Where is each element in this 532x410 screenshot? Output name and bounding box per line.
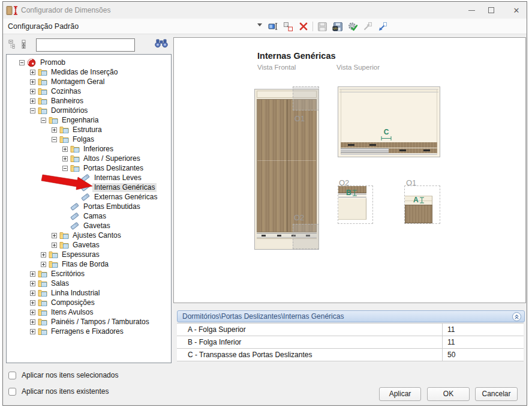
tree-item-inferiores[interactable]: Inferiores <box>7 144 171 154</box>
tree-toggle-plus[interactable] <box>41 252 46 258</box>
tree-toggle-minus[interactable] <box>62 166 68 171</box>
tree-toggle-plus[interactable] <box>30 310 35 315</box>
ok-button[interactable]: OK <box>427 387 470 401</box>
tree-item-label[interactable]: Externas Genéricas <box>92 193 159 202</box>
tree-item-label[interactable]: Altos / Superiores <box>82 154 142 163</box>
tree-item-portas-deslizantes[interactable]: Portas Deslizantes <box>7 163 171 173</box>
tree-toggle-plus[interactable] <box>30 319 35 325</box>
tree-toggle-plus[interactable] <box>30 98 35 104</box>
search-binoculars-icon[interactable] <box>155 38 168 50</box>
tree-item-portas-embutidas[interactable]: Portas Embutidas <box>7 202 171 211</box>
tree-item-montagem-geral[interactable]: Montagem Geral <box>7 77 171 86</box>
tree-item-altos-superiores[interactable]: Altos / Superiores <box>7 154 171 163</box>
tree-toggle-minus[interactable] <box>19 60 25 65</box>
tree-item-label[interactable]: Folgas <box>71 135 96 144</box>
tree-item-salas[interactable]: Salas <box>7 279 171 288</box>
apply-settings-icon[interactable] <box>345 20 360 33</box>
tree-item-internas-genericas[interactable]: Internas Genéricas <box>7 182 171 192</box>
tree-item-label[interactable]: Escritórios <box>49 270 86 279</box>
tree-item-ajustes-cantos[interactable]: Ajustes Cantos <box>7 231 171 240</box>
tree-toggle-plus[interactable] <box>62 146 68 152</box>
tree-item-label[interactable]: Camas <box>82 212 108 221</box>
tree-toggle-minus[interactable] <box>52 137 57 142</box>
tree-toggle-minus[interactable] <box>30 108 35 113</box>
tree-item-banheiros[interactable]: Banheiros <box>7 96 171 106</box>
tree-item-label[interactable]: Linha Industrial <box>49 289 101 298</box>
tree-item-engenharia[interactable]: Engenharia <box>7 115 171 125</box>
tree-item-cozinhas[interactable]: Cozinhas <box>7 86 171 96</box>
rename-configuration-icon[interactable] <box>266 20 281 33</box>
apply-button[interactable]: Aplicar <box>379 387 421 401</box>
tree-toggle-plus[interactable] <box>30 281 35 286</box>
tree-item-composicoes[interactable]: Composições <box>7 298 171 307</box>
tree-item-ferragens-e-fixadores[interactable]: Ferragens e Fixadores <box>7 327 171 336</box>
tree-item-camas[interactable]: Camas <box>7 211 171 221</box>
tree-item-dormitorios[interactable]: Dormitórios <box>7 106 171 115</box>
tree-item-label[interactable]: Engenharia <box>60 116 100 125</box>
tree-toggle-plus[interactable] <box>30 271 35 277</box>
expand-all-icon[interactable] <box>20 40 30 50</box>
checkbox-apply-selected[interactable]: Aplicar nos itens selecionados <box>8 371 118 379</box>
save-database-icon[interactable] <box>330 20 345 33</box>
minimize-button[interactable] <box>462 2 481 19</box>
close-button[interactable]: ✕ <box>507 2 526 19</box>
tree-item-label[interactable]: Portas Embutidas <box>82 202 142 211</box>
tree-item-label[interactable]: Fitas de Borda <box>60 260 110 269</box>
tree-item-label[interactable]: Painéis / Tampos / Tamburatos <box>49 318 151 327</box>
export-icon[interactable] <box>375 20 390 33</box>
tree-item-label[interactable]: Portas Deslizantes <box>82 164 145 173</box>
tree-item-label[interactable]: Inferiores <box>82 145 115 154</box>
copy-configuration-icon[interactable] <box>281 20 296 33</box>
tree-item-linha-industrial[interactable]: Linha Industrial <box>7 288 171 298</box>
delete-configuration-icon[interactable] <box>296 20 311 33</box>
tree-toggle-plus[interactable] <box>30 300 35 306</box>
tree-item-escritorios[interactable]: Escritórios <box>7 269 171 279</box>
tree-item-label[interactable]: Ajustes Cantos <box>71 231 123 240</box>
tree-item-label[interactable]: Gavetas <box>82 222 112 231</box>
checkbox-icon[interactable] <box>8 372 16 379</box>
configuration-combobox[interactable]: Configuração Padrão <box>5 20 264 32</box>
tree-item-estrutura[interactable]: Estrutura <box>7 125 171 134</box>
checkbox-icon[interactable] <box>8 388 16 396</box>
param-value[interactable]: 11 <box>442 336 524 348</box>
tree-toggle-plus[interactable] <box>30 89 35 94</box>
tree-item-label[interactable]: Montagem Geral <box>49 77 106 86</box>
tree-item-externas-genericas[interactable]: Externas Genéricas <box>7 192 171 202</box>
tree-item-espessuras[interactable]: Espessuras <box>7 250 171 259</box>
tree-item-label[interactable]: Dormitórios <box>49 106 89 115</box>
tree-toggle-minus[interactable] <box>41 118 46 123</box>
parameter-group-header[interactable]: Dormitórios\Portas Deslizantes\Internas … <box>177 310 525 322</box>
tree-item-label[interactable]: Promob <box>38 58 67 67</box>
tree-toggle-plus[interactable] <box>30 79 35 85</box>
param-value[interactable]: 50 <box>442 349 524 361</box>
tree-item-label[interactable]: Composições <box>49 298 97 307</box>
tree-item-itens-avulsos[interactable]: Itens Avulsos <box>7 307 171 317</box>
tree-item-label[interactable]: Gavetas <box>71 241 101 250</box>
maximize-button[interactable] <box>482 2 501 19</box>
chevron-down-icon[interactable] <box>257 23 262 26</box>
tree-item-label[interactable]: Internas Leves <box>92 173 143 182</box>
tree-item-folgas[interactable]: Folgas <box>7 134 171 144</box>
tree-item-gavetas[interactable]: Gavetas <box>7 221 171 231</box>
tree-toggle-plus[interactable] <box>52 243 57 248</box>
param-value[interactable]: 11 <box>442 324 524 336</box>
tree-item-label[interactable]: Ferragens e Fixadores <box>49 327 125 336</box>
collapse-all-icon[interactable] <box>8 40 19 50</box>
tree-item-label[interactable]: Itens Avulsos <box>49 308 95 317</box>
tree-item-label[interactable]: Cozinhas <box>49 87 83 96</box>
tree-toggle-plus[interactable] <box>30 70 35 75</box>
tree-toggle-plus[interactable] <box>41 262 46 267</box>
tree-item-label[interactable]: Estrutura <box>71 125 104 134</box>
tree-item-paineis-tampos-tamburatos[interactable]: Painéis / Tampos / Tamburatos <box>7 317 171 327</box>
tree-item-label[interactable]: Medidas de Inserção <box>49 68 119 77</box>
tree-item-gavetas[interactable]: Gavetas <box>7 240 171 250</box>
tree-toggle-plus[interactable] <box>30 291 35 296</box>
tree-item-medidas-de-insercao[interactable]: Medidas de Inserção <box>7 67 171 77</box>
tree-item-fitas-de-borda[interactable]: Fitas de Borda <box>7 259 171 269</box>
tree-toggle-plus[interactable] <box>52 233 57 238</box>
tree-item-label[interactable]: Espessuras <box>60 250 101 259</box>
checkbox-apply-existing[interactable]: Aplicar nos itens existentes <box>8 387 109 396</box>
collapse-panel-button[interactable] <box>512 312 521 321</box>
tree-toggle-plus[interactable] <box>52 127 57 133</box>
tree-toggle-plus[interactable] <box>30 329 35 334</box>
